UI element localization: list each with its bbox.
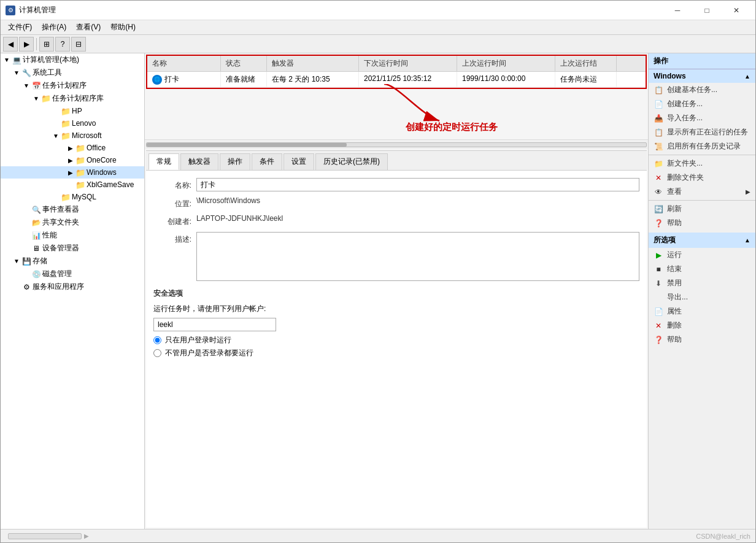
forward-button[interactable]: ▶ <box>19 37 34 52</box>
sidebar-item-diskmgmt[interactable]: ▶ 💿 磁盘管理 <box>1 268 144 280</box>
export-button[interactable]: ⊟ <box>71 37 86 52</box>
action-help-windows[interactable]: ❓ 帮助 <box>649 216 755 230</box>
tree-arrow-microsoft[interactable]: ▼ <box>51 131 61 141</box>
services-icon: ⚙ <box>21 282 31 292</box>
show-hide-button[interactable]: ⊞ <box>39 37 54 52</box>
back-button[interactable]: ◀ <box>3 37 18 52</box>
menu-file[interactable]: 文件(F) <box>3 21 37 34</box>
col-last-run[interactable]: 上次运行时间 <box>457 56 555 71</box>
sidebar-item-mysql[interactable]: ▶ 📁 MySQL <box>1 191 144 203</box>
sidebar-item-devicemgr[interactable]: ▶ 🖥 设备管理器 <box>1 242 144 255</box>
action-view[interactable]: 👁 查看 ▶ <box>649 185 755 199</box>
col-trigger[interactable]: 触发器 <box>267 56 359 71</box>
action-end[interactable]: ■ 结束 <box>649 262 755 276</box>
sidebar-label-devicemgr: 设备管理器 <box>42 243 79 253</box>
status-scrollbar[interactable] <box>8 533 82 539</box>
desc-textarea[interactable] <box>196 232 639 281</box>
menu-action[interactable]: 操作(A) <box>37 21 71 34</box>
sidebar-item-root[interactable]: ▼ 💻 计算机管理(本地) <box>1 53 144 66</box>
tree-arrow-storage[interactable]: ▼ <box>12 256 21 266</box>
tree-arrow-onecore[interactable]: ▶ <box>66 155 75 165</box>
sidebar-item-sharedfolders[interactable]: ▶ 📂 共享文件夹 <box>1 216 144 229</box>
selected-section-header[interactable]: 所选项 ▲ <box>649 233 755 248</box>
sidebar-item-windows[interactable]: ▶ 📁 Windows <box>1 166 144 179</box>
sidebar-item-xblgamesave[interactable]: ▶ 📁 XblGameSave <box>1 179 144 191</box>
tab-settings[interactable]: 设置 <box>284 153 314 170</box>
tree-arrow-taskscheduler[interactable]: ▼ <box>21 81 31 91</box>
sidebar-label-mysql: MySQL <box>72 193 96 201</box>
view-icon: 👁 <box>654 187 663 197</box>
tree-arrow-tasklib[interactable]: ▼ <box>31 94 41 104</box>
col-status[interactable]: 状态 <box>221 56 267 71</box>
action-help-selected[interactable]: ❓ 帮助 <box>649 333 755 347</box>
watermark: CSDN@leakl_rich <box>696 533 750 540</box>
windows-icon: 📁 <box>75 168 85 177</box>
sidebar-item-taskscheduler[interactable]: ▼ 📅 任务计划程序 <box>1 79 144 92</box>
action-sep-2 <box>649 200 755 201</box>
microsoft-icon: 📁 <box>61 131 71 141</box>
sidebar-item-hp[interactable]: ▶ 📁 HP <box>1 105 144 117</box>
action-export[interactable]: 导出... <box>649 290 755 304</box>
tab-general[interactable]: 常规 <box>148 153 179 170</box>
col-name[interactable]: 名称 <box>147 56 221 71</box>
sidebar-item-tasklib[interactable]: ▼ 📁 任务计划程序库 <box>1 92 144 105</box>
sidebar-label-microsoft: Microsoft <box>72 131 102 140</box>
menu-view[interactable]: 查看(V) <box>71 21 106 34</box>
tab-history[interactable]: 历史记录(已禁用) <box>315 153 388 170</box>
help-windows-icon: ❓ <box>654 218 663 228</box>
sidebar-item-onecore[interactable]: ▶ 📁 OneCore <box>1 154 144 166</box>
tree-arrow-windows[interactable]: ▶ <box>66 168 75 177</box>
action-delete-folder[interactable]: ✕ 删除文件夹 <box>649 171 755 185</box>
action-enable-history[interactable]: 📜 启用所有任务历史记录 <box>649 139 755 153</box>
radio-login-only[interactable] <box>153 336 161 344</box>
windows-section-header[interactable]: Windows ▲ <box>649 69 755 83</box>
scrollbar-thumb[interactable] <box>147 143 347 147</box>
radio-always[interactable] <box>153 349 161 357</box>
sidebar-item-storage[interactable]: ▼ 💾 存储 <box>1 255 144 268</box>
run-as-input[interactable] <box>153 318 276 331</box>
action-create-task[interactable]: 📄 创建任务... <box>649 97 755 111</box>
action-run[interactable]: ▶ 运行 <box>649 248 755 262</box>
close-button[interactable]: ✕ <box>722 4 750 17</box>
action-properties[interactable]: 📄 属性 <box>649 304 755 318</box>
action-create-task-label: 创建任务... <box>667 99 703 109</box>
maximize-button[interactable]: □ <box>693 4 721 17</box>
sidebar-item-eventviewer[interactable]: ▶ 🔍 事件查看器 <box>1 203 144 216</box>
tab-actions[interactable]: 操作 <box>220 153 250 170</box>
col-last-result[interactable]: 上次运行结 <box>555 56 617 71</box>
sidebar-item-microsoft[interactable]: ▼ 📁 Microsoft <box>1 129 144 142</box>
form-row-name: 名称: <box>153 178 639 191</box>
action-delete[interactable]: ✕ 删除 <box>649 318 755 333</box>
tree-arrow-systools[interactable]: ▼ <box>12 68 21 78</box>
sidebar: ▼ 💻 计算机管理(本地) ▼ 🔧 系统工具 ▼ 📅 任务计划程序 ▼ 📁 任务… <box>1 53 145 529</box>
scrollbar-track[interactable] <box>146 142 647 147</box>
menu-help[interactable]: 帮助(H) <box>106 21 141 34</box>
action-create-basic[interactable]: 📋 创建基本任务... <box>649 83 755 97</box>
action-disable[interactable]: ⬇ 禁用 <box>649 276 755 290</box>
minimize-button[interactable]: ─ <box>663 4 692 17</box>
sidebar-label-storage: 存储 <box>33 256 47 266</box>
sidebar-label-taskscheduler: 任务计划程序 <box>42 80 87 91</box>
tab-triggers[interactable]: 触发器 <box>180 153 218 170</box>
tree-arrow-office[interactable]: ▶ <box>66 143 75 153</box>
sidebar-item-systools[interactable]: ▼ 🔧 系统工具 <box>1 66 144 79</box>
cell-trigger: 在每 2 天的 10:35 <box>267 72 359 87</box>
sidebar-item-office[interactable]: ▶ 📁 Office <box>1 142 144 154</box>
name-input[interactable] <box>196 178 639 191</box>
delete-icon: ✕ <box>654 321 663 331</box>
action-run-label: 运行 <box>667 250 682 260</box>
sidebar-item-performance[interactable]: ▶ 📊 性能 <box>1 229 144 242</box>
col-next-run[interactable]: 下次运行时间 <box>359 56 457 71</box>
action-new-folder[interactable]: 📁 新文件夹... <box>649 156 755 171</box>
action-show-running[interactable]: 📋 显示所有正在运行的任务 <box>649 125 755 139</box>
sidebar-item-lenovo[interactable]: ▶ 📁 Lenovo <box>1 117 144 129</box>
form-row-author: 创建者: LAPTOP-JDFUNHKJ\leekl <box>153 214 639 227</box>
sidebar-item-services[interactable]: ▶ ⚙ 服务和应用程序 <box>1 280 144 293</box>
action-import-task[interactable]: 📥 导入任务... <box>649 111 755 125</box>
cell-status: 准备就绪 <box>221 72 267 87</box>
tab-conditions[interactable]: 条件 <box>252 153 282 170</box>
action-refresh[interactable]: 🔄 刷新 <box>649 202 755 216</box>
help-button[interactable]: ? <box>55 37 70 52</box>
horizontal-scrollbar[interactable] <box>145 139 648 149</box>
tree-arrow-root[interactable]: ▼ <box>2 55 12 65</box>
